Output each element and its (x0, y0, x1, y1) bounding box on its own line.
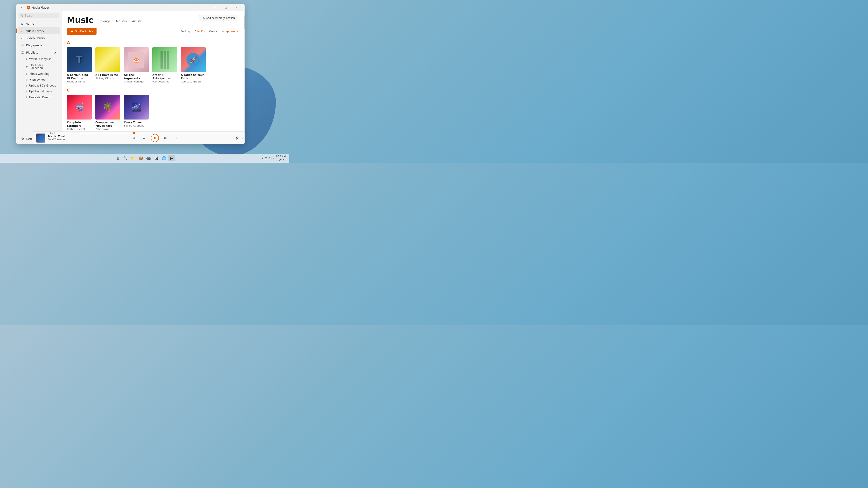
album-name-complete-strangers: Complete Strangers (67, 121, 92, 128)
album-all-the-arguments[interactable]: 🎂 All The Arguments Ginger Teenager (124, 47, 149, 83)
playlist-item-fantastic-dream[interactable]: ♪ Fantastic Dream (18, 95, 60, 100)
album-a-certain-kind[interactable]: T A Certain Kind Of Emotion Flight of Ve… (67, 47, 92, 83)
volume-button[interactable]: 🔊 (235, 135, 240, 140)
page-title: Music (67, 15, 93, 25)
shuffle-icon: ⇌ (70, 30, 73, 33)
album-complete-strangers[interactable]: 🤿 Complete Strangers Corbin Revival (67, 95, 92, 131)
playlist-item-pop-music[interactable]: ◈ Pop Music Collection (18, 62, 60, 71)
tab-songs[interactable]: Songs (99, 19, 113, 25)
playlist-item-kims-wedding[interactable]: ◈ Kim's Wedding (18, 71, 60, 76)
sort-genre-area: Sort by: A to Z ∨ Genre: All genres ∨ (180, 30, 238, 33)
playlist-pop-icon: ◈ (26, 65, 28, 68)
taskbar-edge-button[interactable]: 🌐 (161, 155, 167, 161)
sidebar-item-play-queue[interactable]: ≡ Play queue (18, 42, 60, 48)
album-artist-all-i-have: Kicking Gloves (95, 77, 120, 80)
wifi-icon[interactable]: ⊠ (265, 157, 267, 160)
next-button[interactable]: ⏭ (162, 135, 169, 141)
right-scrollbar[interactable] (244, 11, 245, 144)
taskbar-time-display: 9:28 AM (276, 155, 286, 158)
media-player-window: ← ▶ Media Player ─ □ ✕ 🔍 ⌂ Home ♪ Music … (16, 4, 245, 144)
taskbar-start-button[interactable]: ⊞ (115, 155, 121, 161)
shuffle-button[interactable]: ⇌ (131, 135, 137, 141)
home-icon: ⌂ (21, 22, 23, 25)
playlist-item-uplifting-motions[interactable]: ♪ Uplifting Motions (18, 89, 60, 94)
pause-icon: ⏸ (153, 136, 156, 140)
now-playing-info: Manic Trust Deaf Tortoises (48, 135, 75, 141)
album-name-crazy-times: Crazy Times (124, 121, 149, 124)
title-area: Music Songs Albums Artists (67, 15, 144, 25)
taskbar-search-button[interactable]: 🔍 (122, 155, 129, 161)
time-current: 1:24 (50, 132, 55, 134)
section-a-letter: A (67, 40, 238, 45)
taskbar-media-button[interactable]: ▶ (168, 155, 175, 161)
expand-button[interactable]: ⤢ (241, 135, 245, 140)
sidebar-item-home[interactable]: ⌂ Home (18, 20, 60, 27)
taskbar-date-display: 10/6/21 (276, 158, 286, 161)
sort-value-button[interactable]: A to Z ∨ (195, 30, 206, 33)
sidebar-item-video-library[interactable]: ▭ Video library (18, 35, 60, 41)
playlist-fantastic-label: Fantastic Dream (29, 96, 51, 99)
progress-track[interactable] (57, 133, 245, 133)
close-button[interactable]: ✕ (231, 4, 242, 11)
playlist-item-enjoy-pop[interactable]: ♪ ✦ Enjoy Pop (18, 77, 60, 83)
taskbar-files-button[interactable]: 📁 (130, 155, 136, 161)
album-all-i-have[interactable]: All I Have Is Me Kicking Gloves (95, 47, 120, 83)
album-compromise-moves[interactable]: 🌴 Compromise Moves Fast Pete Brown (95, 95, 120, 131)
album-thumb-touch-of-punk: 🚀 (181, 47, 206, 72)
taskbar-teams-button[interactable]: 📹 (145, 155, 152, 161)
album-touch-of-punk[interactable]: 🚀 A Touch Of Your Punk Compass Tribute (181, 47, 206, 83)
albums-row-a: T A Certain Kind Of Emotion Flight of Ve… (67, 47, 238, 83)
now-playing-art: 👤 (36, 133, 45, 142)
video-icon: ▭ (21, 36, 24, 40)
repeat-button[interactable]: ↺ (173, 135, 179, 141)
window-body: 🔍 ⌂ Home ♪ Music library ▭ Video library… (16, 11, 245, 144)
play-pause-button[interactable]: ⏸ (151, 134, 159, 142)
maximize-button[interactable]: □ (221, 4, 231, 11)
player-controls: ⇌ ⏮ ⏸ ⏭ ↺ (131, 134, 179, 142)
sidebar-item-queue-label: Play queue (26, 43, 42, 47)
album-thumb-ardor (152, 47, 177, 72)
section-c-letter: C (67, 88, 238, 92)
main-topbar: Music Songs Albums Artists ⊕ (61, 11, 244, 25)
search-box[interactable]: 🔍 (19, 13, 59, 18)
taskbar-store-button[interactable]: 📦 (138, 155, 144, 161)
sidebar-item-music-library[interactable]: ♪ Music library (18, 27, 60, 34)
playlist-item-upbeat-80s[interactable]: ♪ Upbeat 80's Groove (18, 83, 60, 88)
playlist-uplifting-icon: ♪ (26, 90, 27, 93)
settings-icon: ⚙ (21, 137, 24, 140)
tray-expand-icon[interactable]: ∧ (262, 157, 264, 160)
sort-label: Sort by: (180, 30, 191, 33)
album-art-ardor (152, 47, 177, 72)
album-thumb-a-certain-kind: T (67, 47, 92, 72)
scrollbar-thumb[interactable] (244, 16, 245, 29)
main-tabs: Songs Albums Artists (99, 15, 145, 25)
album-thumb-all-i-have (95, 47, 120, 72)
tab-artists[interactable]: Artists (129, 19, 144, 25)
back-button[interactable]: ← (19, 4, 25, 11)
playlists-label: Playlists (26, 51, 38, 54)
playlist-item-workout[interactable]: ♪ Workout Playlist (18, 56, 60, 62)
shuffle-play-button[interactable]: ⇌ Shuffle & play (67, 28, 96, 35)
playlists-section-header[interactable]: ≣ Playlists ∧ (18, 49, 60, 56)
album-art-crazy-times: 🌌 (124, 95, 149, 120)
album-crazy-times[interactable]: 🌌 Crazy Times Saving Gabrielle (124, 95, 149, 131)
prev-button[interactable]: ⏮ (141, 135, 147, 141)
minimize-button[interactable]: ─ (210, 4, 220, 11)
playlist-star-icon: ♪ (26, 78, 27, 81)
album-thumb-complete-strangers: 🤿 (67, 95, 92, 120)
volume-icon[interactable]: ♪ (268, 157, 270, 160)
tab-albums[interactable]: Albums (113, 19, 129, 25)
add-library-button[interactable]: ⊕ Add new library location (199, 15, 238, 21)
search-input[interactable] (25, 14, 59, 17)
taskbar-photos-button[interactable]: 🖼 (153, 155, 159, 161)
battery-icon[interactable]: ▭ (271, 157, 274, 160)
album-ardor-anticipation[interactable]: Ardor & Anticipation Pointlessknot (152, 47, 177, 83)
genre-value-button[interactable]: All genres ∨ (222, 30, 238, 33)
playlists-header-left: ≣ Playlists (21, 51, 38, 54)
taskbar-clock[interactable]: 9:28 AM 10/6/21 (276, 155, 286, 162)
progress-thumb[interactable] (133, 132, 135, 134)
album-artist-a-certain-kind: Flight of Venus (67, 80, 92, 83)
music-icon: ♪ (21, 29, 23, 33)
queue-icon: ≡ (21, 43, 24, 47)
sidebar-item-video-label: Video library (26, 36, 45, 40)
